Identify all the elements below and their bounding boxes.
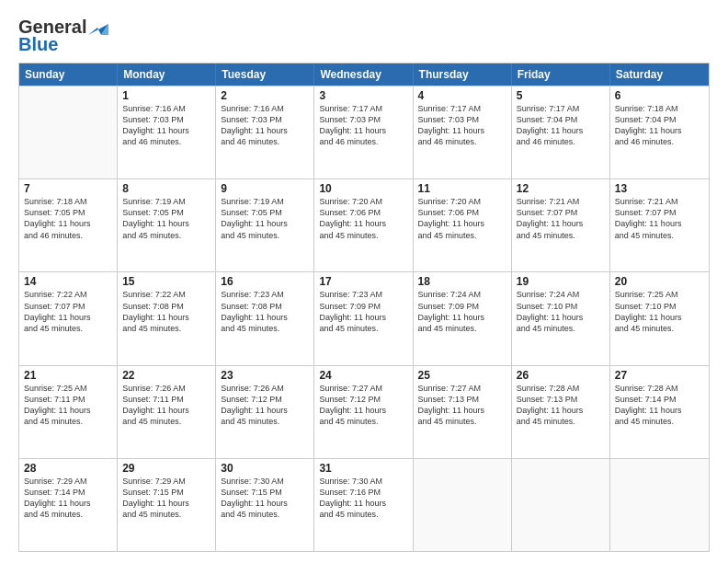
- day-info: Sunrise: 7:23 AM Sunset: 7:09 PM Dayligh…: [319, 289, 407, 334]
- day-cell-28: 28Sunrise: 7:29 AM Sunset: 7:14 PM Dayli…: [19, 459, 118, 551]
- day-cell-13: 13Sunrise: 7:21 AM Sunset: 7:07 PM Dayli…: [610, 179, 709, 271]
- day-info: Sunrise: 7:25 AM Sunset: 7:11 PM Dayligh…: [24, 383, 112, 428]
- day-info: Sunrise: 7:17 AM Sunset: 7:04 PM Dayligh…: [517, 103, 605, 148]
- day-number: 31: [319, 462, 407, 475]
- day-cell-7: 7Sunrise: 7:18 AM Sunset: 7:05 PM Daylig…: [19, 179, 118, 271]
- day-number: 22: [122, 369, 210, 382]
- day-info: Sunrise: 7:27 AM Sunset: 7:12 PM Dayligh…: [319, 383, 407, 428]
- day-info: Sunrise: 7:16 AM Sunset: 7:03 PM Dayligh…: [221, 103, 309, 148]
- day-cell-17: 17Sunrise: 7:23 AM Sunset: 7:09 PM Dayli…: [314, 272, 413, 364]
- day-number: 13: [615, 182, 704, 195]
- logo-blue: Blue: [18, 34, 58, 55]
- day-number: 7: [24, 182, 112, 195]
- header-day-wednesday: Wednesday: [314, 63, 413, 86]
- day-cell-8: 8Sunrise: 7:19 AM Sunset: 7:05 PM Daylig…: [118, 179, 216, 271]
- day-number: 12: [517, 182, 605, 195]
- day-number: 28: [24, 462, 112, 475]
- day-cell-30: 30Sunrise: 7:30 AM Sunset: 7:15 PM Dayli…: [216, 459, 314, 551]
- day-number: 20: [615, 275, 704, 288]
- day-info: Sunrise: 7:24 AM Sunset: 7:09 PM Dayligh…: [418, 289, 506, 334]
- day-cell-23: 23Sunrise: 7:26 AM Sunset: 7:12 PM Dayli…: [216, 366, 314, 458]
- calendar-header: SundayMondayTuesdayWednesdayThursdayFrid…: [19, 63, 709, 86]
- day-info: Sunrise: 7:29 AM Sunset: 7:15 PM Dayligh…: [122, 476, 210, 521]
- calendar: SundayMondayTuesdayWednesdayThursdayFrid…: [18, 63, 710, 552]
- day-number: 17: [319, 275, 407, 288]
- day-number: 15: [122, 275, 210, 288]
- day-number: 10: [319, 182, 407, 195]
- day-info: Sunrise: 7:18 AM Sunset: 7:05 PM Dayligh…: [24, 196, 112, 241]
- header: General Blue: [18, 17, 710, 55]
- day-cell-24: 24Sunrise: 7:27 AM Sunset: 7:12 PM Dayli…: [314, 366, 413, 458]
- day-info: Sunrise: 7:17 AM Sunset: 7:03 PM Dayligh…: [418, 103, 506, 148]
- day-info: Sunrise: 7:30 AM Sunset: 7:16 PM Dayligh…: [319, 476, 407, 521]
- day-cell-1: 1Sunrise: 7:16 AM Sunset: 7:03 PM Daylig…: [118, 86, 216, 178]
- day-cell-12: 12Sunrise: 7:21 AM Sunset: 7:07 PM Dayli…: [512, 179, 610, 271]
- day-info: Sunrise: 7:25 AM Sunset: 7:10 PM Dayligh…: [615, 289, 704, 334]
- day-info: Sunrise: 7:21 AM Sunset: 7:07 PM Dayligh…: [517, 196, 605, 241]
- empty-cell: [610, 459, 709, 551]
- day-cell-15: 15Sunrise: 7:22 AM Sunset: 7:08 PM Dayli…: [118, 272, 216, 364]
- day-cell-11: 11Sunrise: 7:20 AM Sunset: 7:06 PM Dayli…: [414, 179, 512, 271]
- day-info: Sunrise: 7:28 AM Sunset: 7:13 PM Dayligh…: [517, 383, 605, 428]
- day-number: 8: [122, 182, 210, 195]
- day-info: Sunrise: 7:16 AM Sunset: 7:03 PM Dayligh…: [122, 103, 210, 148]
- day-info: Sunrise: 7:29 AM Sunset: 7:14 PM Dayligh…: [24, 476, 112, 521]
- calendar-row-2: 14Sunrise: 7:22 AM Sunset: 7:07 PM Dayli…: [19, 271, 709, 364]
- day-info: Sunrise: 7:26 AM Sunset: 7:11 PM Dayligh…: [122, 383, 210, 428]
- day-cell-3: 3Sunrise: 7:17 AM Sunset: 7:03 PM Daylig…: [314, 86, 413, 178]
- day-cell-16: 16Sunrise: 7:23 AM Sunset: 7:08 PM Dayli…: [216, 272, 314, 364]
- day-cell-14: 14Sunrise: 7:22 AM Sunset: 7:07 PM Dayli…: [19, 272, 118, 364]
- day-number: 2: [221, 89, 309, 102]
- day-number: 26: [517, 369, 605, 382]
- calendar-row-4: 28Sunrise: 7:29 AM Sunset: 7:14 PM Dayli…: [19, 458, 709, 551]
- day-number: 19: [517, 275, 605, 288]
- header-day-saturday: Saturday: [610, 63, 709, 86]
- day-info: Sunrise: 7:30 AM Sunset: 7:15 PM Dayligh…: [221, 476, 309, 521]
- day-number: 9: [221, 182, 309, 195]
- empty-cell: [512, 459, 610, 551]
- day-info: Sunrise: 7:17 AM Sunset: 7:03 PM Dayligh…: [319, 103, 407, 148]
- day-number: 11: [418, 182, 506, 195]
- day-number: 6: [615, 89, 704, 102]
- logo: General Blue: [18, 17, 108, 55]
- day-info: Sunrise: 7:24 AM Sunset: 7:10 PM Dayligh…: [517, 289, 605, 334]
- calendar-row-0: 1Sunrise: 7:16 AM Sunset: 7:03 PM Daylig…: [19, 86, 709, 178]
- day-cell-5: 5Sunrise: 7:17 AM Sunset: 7:04 PM Daylig…: [512, 86, 610, 178]
- day-number: 18: [418, 275, 506, 288]
- header-day-tuesday: Tuesday: [216, 63, 314, 86]
- day-cell-19: 19Sunrise: 7:24 AM Sunset: 7:10 PM Dayli…: [512, 272, 610, 364]
- day-number: 27: [615, 369, 704, 382]
- day-cell-10: 10Sunrise: 7:20 AM Sunset: 7:06 PM Dayli…: [314, 179, 413, 271]
- day-cell-21: 21Sunrise: 7:25 AM Sunset: 7:11 PM Dayli…: [19, 366, 118, 458]
- day-number: 24: [319, 369, 407, 382]
- day-cell-26: 26Sunrise: 7:28 AM Sunset: 7:13 PM Dayli…: [512, 366, 610, 458]
- day-cell-20: 20Sunrise: 7:25 AM Sunset: 7:10 PM Dayli…: [610, 272, 709, 364]
- day-info: Sunrise: 7:19 AM Sunset: 7:05 PM Dayligh…: [122, 196, 210, 241]
- logo-bird-icon: [88, 18, 108, 35]
- day-cell-25: 25Sunrise: 7:27 AM Sunset: 7:13 PM Dayli…: [414, 366, 512, 458]
- day-cell-27: 27Sunrise: 7:28 AM Sunset: 7:14 PM Dayli…: [610, 366, 709, 458]
- day-info: Sunrise: 7:20 AM Sunset: 7:06 PM Dayligh…: [418, 196, 506, 241]
- page: General Blue SundayMondayTuesdayWednesda…: [0, 0, 728, 563]
- day-info: Sunrise: 7:23 AM Sunset: 7:08 PM Dayligh…: [221, 289, 309, 334]
- day-number: 5: [517, 89, 605, 102]
- day-info: Sunrise: 7:27 AM Sunset: 7:13 PM Dayligh…: [418, 383, 506, 428]
- day-number: 3: [319, 89, 407, 102]
- header-day-monday: Monday: [118, 63, 216, 86]
- day-number: 29: [122, 462, 210, 475]
- empty-cell: [19, 86, 118, 178]
- header-day-thursday: Thursday: [414, 63, 512, 86]
- day-number: 16: [221, 275, 309, 288]
- header-day-friday: Friday: [512, 63, 610, 86]
- day-info: Sunrise: 7:28 AM Sunset: 7:14 PM Dayligh…: [615, 383, 704, 428]
- day-cell-22: 22Sunrise: 7:26 AM Sunset: 7:11 PM Dayli…: [118, 366, 216, 458]
- header-day-sunday: Sunday: [19, 63, 118, 86]
- day-cell-18: 18Sunrise: 7:24 AM Sunset: 7:09 PM Dayli…: [414, 272, 512, 364]
- day-info: Sunrise: 7:22 AM Sunset: 7:08 PM Dayligh…: [122, 289, 210, 334]
- empty-cell: [414, 459, 512, 551]
- day-number: 23: [221, 369, 309, 382]
- day-info: Sunrise: 7:21 AM Sunset: 7:07 PM Dayligh…: [615, 196, 704, 241]
- day-cell-9: 9Sunrise: 7:19 AM Sunset: 7:05 PM Daylig…: [216, 179, 314, 271]
- day-number: 4: [418, 89, 506, 102]
- day-cell-31: 31Sunrise: 7:30 AM Sunset: 7:16 PM Dayli…: [314, 459, 413, 551]
